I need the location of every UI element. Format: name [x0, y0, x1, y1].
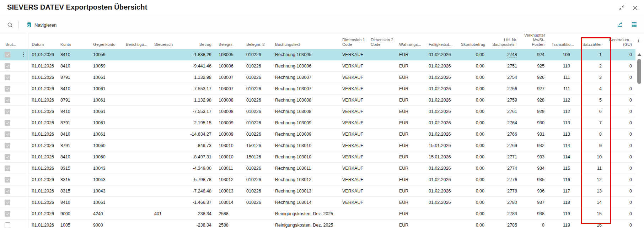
- cell-select[interactable]: [0, 174, 28, 185]
- cell-belegnr2[interactable]: 010226: [243, 185, 272, 197]
- cell-faelligkeit[interactable]: 15.01.2026: [425, 151, 457, 163]
- row-checkbox[interactable]: [5, 120, 10, 126]
- cell-satzzaehler[interactable]: 4: [574, 83, 605, 94]
- cell-select[interactable]: [0, 106, 28, 117]
- cell-belegnr[interactable]: 103010: [215, 140, 243, 151]
- cell-lfdnr[interactable]: 2748: [488, 49, 521, 60]
- cell-transaktion[interactable]: 118: [548, 197, 574, 208]
- cell-lfdnr[interactable]: 2756: [488, 83, 521, 94]
- row-checkbox[interactable]: [5, 154, 10, 160]
- cell-satzzaehler[interactable]: 12: [574, 174, 605, 185]
- row-checkbox[interactable]: [5, 143, 10, 148]
- cell-lfdnr[interactable]: 2780: [488, 197, 521, 208]
- cell-steuerschluessel[interactable]: [151, 140, 173, 151]
- cell-datum[interactable]: 01.01.2026: [28, 72, 57, 83]
- cell-mwst[interactable]: 933: [521, 151, 548, 163]
- column-header-berichtigung[interactable]: Berichtigu...: [122, 33, 151, 49]
- cell-belegnr2[interactable]: 010226: [243, 117, 272, 129]
- cell-faelligkeit[interactable]: [425, 219, 457, 228]
- cell-faelligkeit[interactable]: 01.02.2026: [425, 60, 457, 72]
- cell-dim2[interactable]: [367, 60, 396, 72]
- cell-dim2[interactable]: [367, 49, 396, 60]
- cell-skontobetrag[interactable]: 0,00: [457, 72, 488, 83]
- cell-betrag[interactable]: -7.248,48: [173, 185, 215, 197]
- cell-transaktion[interactable]: 112: [548, 94, 574, 106]
- cell-faelligkeit[interactable]: 01.02.2026: [425, 49, 457, 60]
- cell-transaktion[interactable]: 111: [548, 72, 574, 83]
- cell-steuerschluessel[interactable]: [151, 219, 173, 228]
- row-checkbox[interactable]: [5, 63, 10, 69]
- column-header-belegnr2[interactable]: Belegnr. 2: [243, 33, 272, 49]
- cell-steuerschluessel[interactable]: [151, 94, 173, 106]
- cell-konto[interactable]: 8410: [57, 49, 90, 60]
- cell-faelligkeit[interactable]: 01.02.2026: [425, 197, 457, 208]
- cell-gu[interactable]: 0: [605, 208, 635, 219]
- cell-gegenkonto[interactable]: 10061: [90, 117, 122, 129]
- cell-datum[interactable]: 01.01.2026: [28, 83, 57, 94]
- cell-gu[interactable]: 0: [605, 94, 635, 106]
- cell-skontobetrag[interactable]: 0,00: [457, 208, 488, 219]
- cell-satzzaehler[interactable]: 16: [574, 219, 605, 228]
- cell-betrag[interactable]: -8.497,31: [173, 151, 215, 163]
- cell-berichtigung[interactable]: [122, 174, 151, 185]
- cell-dim1[interactable]: VERKAUF: [339, 163, 367, 174]
- cell-berichtigung[interactable]: [122, 117, 151, 129]
- cell-steuerschluessel[interactable]: [151, 83, 173, 94]
- cell-select[interactable]: [0, 60, 28, 72]
- cell-berichtigung[interactable]: [122, 151, 151, 163]
- cell-belegnr2[interactable]: 010226: [243, 60, 272, 72]
- cell-buchungstext[interactable]: Rechnung 103005: [272, 49, 339, 60]
- cell-buchungstext[interactable]: Reinigungskosten, Dez. 2025: [272, 208, 339, 219]
- column-header-select[interactable]: Brut...: [0, 33, 28, 49]
- cell-mwst[interactable]: 928: [521, 94, 548, 106]
- table-row[interactable]: 01.01.2026841010061-1.466,37103014010226…: [0, 197, 635, 208]
- cell-faelligkeit[interactable]: 01.02.2026: [425, 185, 457, 197]
- cell-gu[interactable]: 0: [605, 151, 635, 163]
- cell-dim1[interactable]: VERKAUF: [339, 197, 367, 208]
- cell-satzzaehler[interactable]: 9: [574, 140, 605, 151]
- cell-lfdnr[interactable]: 2766: [488, 129, 521, 140]
- cell-datum[interactable]: 01.01.2026: [28, 185, 57, 197]
- column-header-transaktion[interactable]: Transaktio...: [548, 33, 574, 49]
- cell-gegenkonto[interactable]: 10061: [90, 106, 122, 117]
- cell-dim2[interactable]: [367, 140, 396, 151]
- cell-waehrung[interactable]: EUR: [396, 185, 425, 197]
- cell-datum[interactable]: 01.01.2026: [28, 49, 57, 60]
- cell-belegnr2[interactable]: 010226: [243, 174, 272, 185]
- cell-belegnr[interactable]: 103014: [215, 197, 243, 208]
- cell-lfdnr[interactable]: 2771: [488, 151, 521, 163]
- cell-berichtigung[interactable]: [122, 83, 151, 94]
- cell-gu[interactable]: 0: [605, 140, 635, 151]
- cell-konto[interactable]: 1005: [57, 219, 90, 228]
- cell-konto[interactable]: 8410: [57, 106, 90, 117]
- table-row[interactable]: 01.01.202690004240401-238,342588Reinigun…: [0, 208, 635, 219]
- cell-mwst[interactable]: 935: [521, 174, 548, 185]
- cell-konto[interactable]: 8410: [57, 151, 90, 163]
- cell-dim1[interactable]: VERKAUF: [339, 60, 367, 72]
- cell-buchungstext[interactable]: Rechnung 103007: [272, 72, 339, 83]
- cell-konto[interactable]: 8410: [57, 197, 90, 208]
- table-row[interactable]: 01.01.2026831510043-4.349,00103011010226…: [0, 163, 635, 174]
- cell-gegenkonto[interactable]: 9000: [90, 219, 122, 228]
- cell-gu[interactable]: 0: [605, 49, 635, 60]
- cell-belegnr2[interactable]: 010226: [243, 106, 272, 117]
- cell-belegnr[interactable]: 103006: [215, 60, 243, 72]
- cell-faelligkeit[interactable]: 01.02.2026: [425, 72, 457, 83]
- cell-betrag[interactable]: -7.553,17: [173, 83, 215, 94]
- cell-satzzaehler[interactable]: 6: [574, 106, 605, 117]
- cell-transaktion[interactable]: 109: [548, 49, 574, 60]
- cell-datum[interactable]: 01.01.2026: [28, 129, 57, 140]
- cell-select[interactable]: ⋮: [0, 49, 28, 60]
- column-header-betrag[interactable]: Betrag: [173, 33, 215, 49]
- cell-betrag[interactable]: 2.195,15: [173, 117, 215, 129]
- table-row[interactable]: 01.01.20268791100611.132,98103007010226R…: [0, 72, 635, 83]
- cell-berichtigung[interactable]: [122, 72, 151, 83]
- cell-dim2[interactable]: [367, 72, 396, 83]
- cell-buchungstext[interactable]: Reinigungskosten, Dez. 2025: [272, 219, 339, 228]
- cell-steuerschluessel[interactable]: [151, 72, 173, 83]
- cell-satzzaehler[interactable]: 14: [574, 197, 605, 208]
- cell-waehrung[interactable]: EUR: [396, 72, 425, 83]
- cell-buchungstext[interactable]: Rechnung 103006: [272, 60, 339, 72]
- cell-gu[interactable]: 0: [605, 185, 635, 197]
- cell-select[interactable]: [0, 129, 28, 140]
